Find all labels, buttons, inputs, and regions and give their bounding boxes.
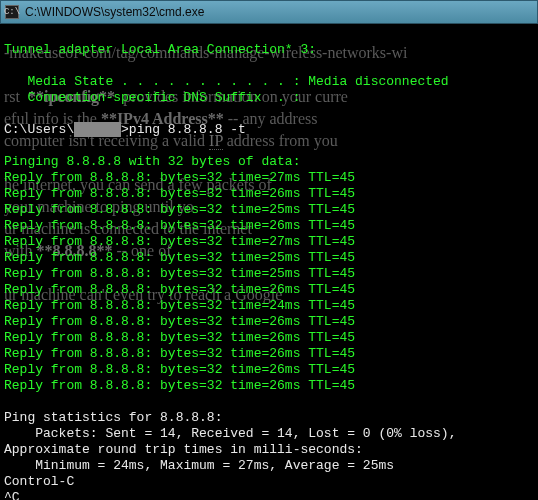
caret-c: ^C	[4, 490, 20, 500]
control-c: Control-C	[4, 474, 74, 489]
cmd-icon: C:\	[5, 5, 19, 19]
command-ping: ping 8.8.8.8 -t	[129, 122, 246, 137]
window-title: C:\WINDOWS\system32\cmd.exe	[25, 5, 204, 19]
ping-reply: Reply from 8.8.8.8: bytes=32 time=25ms T…	[4, 250, 355, 265]
ping-reply: Reply from 8.8.8.8: bytes=32 time=26ms T…	[4, 282, 355, 297]
ping-reply: Reply from 8.8.8.8: bytes=32 time=26ms T…	[4, 314, 355, 329]
ping-reply: Reply from 8.8.8.8: bytes=32 time=27ms T…	[4, 170, 355, 185]
ping-stats-rtt-header: Approximate round trip times in milli-se…	[4, 442, 363, 457]
ping-stats-rtt-values: Minimum = 24ms, Maximum = 27ms, Average …	[4, 458, 394, 473]
ping-stats-header: Ping statistics for 8.8.8.8:	[4, 410, 222, 425]
window-titlebar[interactable]: C:\ C:\WINDOWS\system32\cmd.exe	[0, 0, 538, 24]
ping-reply: Reply from 8.8.8.8: bytes=32 time=25ms T…	[4, 202, 355, 217]
media-state-label: Media State . . . . . . . . . . . :	[4, 74, 308, 89]
ping-reply: Reply from 8.8.8.8: bytes=32 time=24ms T…	[4, 298, 355, 313]
ping-stats-packets: Packets: Sent = 14, Received = 14, Lost …	[4, 426, 456, 441]
prompt-user-obscured	[74, 122, 121, 137]
ping-reply: Reply from 8.8.8.8: bytes=32 time=26ms T…	[4, 330, 355, 345]
prompt-path: C:\Users\	[4, 122, 74, 137]
ping-reply: Reply from 8.8.8.8: bytes=32 time=26ms T…	[4, 362, 355, 377]
ping-reply: Reply from 8.8.8.8: bytes=32 time=26ms T…	[4, 378, 355, 393]
ping-reply: Reply from 8.8.8.8: bytes=32 time=27ms T…	[4, 234, 355, 249]
media-state-value: Media disconnected	[308, 74, 448, 89]
adapter-header: Tunnel adapter Local Area Connection* 3:	[4, 42, 316, 57]
prompt-gt: >	[121, 122, 129, 137]
ping-header: Pinging 8.8.8.8 with 32 bytes of data:	[4, 154, 300, 169]
terminal-output[interactable]: Tunnel adapter Local Area Connection* 3:…	[0, 24, 538, 500]
ping-reply: Reply from 8.8.8.8: bytes=32 time=26ms T…	[4, 186, 355, 201]
ping-reply: Reply from 8.8.8.8: bytes=32 time=26ms T…	[4, 346, 355, 361]
ping-reply: Reply from 8.8.8.8: bytes=32 time=26ms T…	[4, 218, 355, 233]
ping-reply: Reply from 8.8.8.8: bytes=32 time=25ms T…	[4, 266, 355, 281]
dns-suffix-label: Connection-specific DNS Suffix . :	[4, 90, 300, 105]
